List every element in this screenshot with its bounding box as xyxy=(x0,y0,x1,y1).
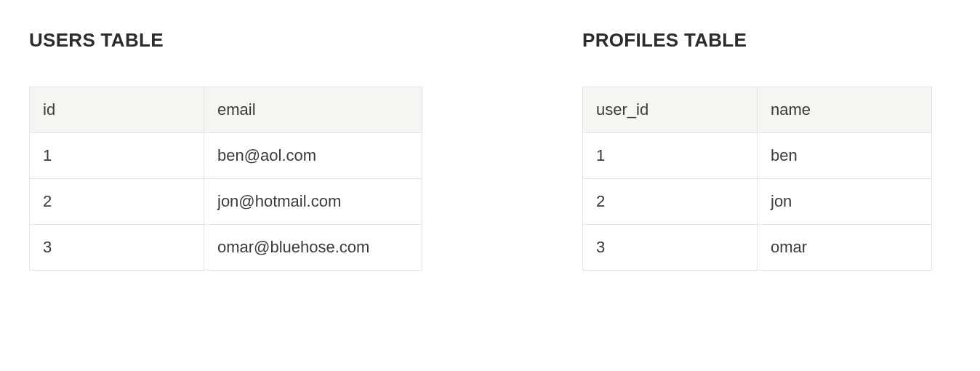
table-row: 2 jon xyxy=(583,179,932,225)
profiles-td-name: ben xyxy=(758,133,932,179)
profiles-table-section: PROFILES TABLE user_id name 1 ben 2 jon … xyxy=(582,29,932,271)
profiles-table-title: PROFILES TABLE xyxy=(582,29,932,52)
table-row: 3 omar@bluehose.com xyxy=(30,225,422,271)
profiles-th-user-id: user_id xyxy=(583,87,758,133)
users-td-id: 2 xyxy=(30,179,204,225)
profiles-td-user-id: 1 xyxy=(583,133,758,179)
users-td-id: 3 xyxy=(30,225,204,271)
table-row: 3 omar xyxy=(583,225,932,271)
table-row: 1 ben xyxy=(583,133,932,179)
profiles-td-name: jon xyxy=(758,179,932,225)
profiles-td-name: omar xyxy=(758,225,932,271)
users-td-email: jon@hotmail.com xyxy=(204,179,422,225)
table-header-row: id email xyxy=(30,87,422,133)
table-header-row: user_id name xyxy=(583,87,932,133)
tables-container: USERS TABLE id email 1 ben@aol.com 2 jon… xyxy=(29,29,951,271)
profiles-table: user_id name 1 ben 2 jon 3 omar xyxy=(582,87,932,271)
users-table-section: USERS TABLE id email 1 ben@aol.com 2 jon… xyxy=(29,29,422,271)
users-td-email: ben@aol.com xyxy=(204,133,422,179)
table-row: 2 jon@hotmail.com xyxy=(30,179,422,225)
users-td-id: 1 xyxy=(30,133,204,179)
profiles-td-user-id: 3 xyxy=(583,225,758,271)
profiles-th-name: name xyxy=(758,87,932,133)
users-table-title: USERS TABLE xyxy=(29,29,422,52)
users-th-email: email xyxy=(204,87,422,133)
table-row: 1 ben@aol.com xyxy=(30,133,422,179)
users-td-email: omar@bluehose.com xyxy=(204,225,422,271)
profiles-td-user-id: 2 xyxy=(583,179,758,225)
users-table: id email 1 ben@aol.com 2 jon@hotmail.com… xyxy=(29,87,422,271)
users-th-id: id xyxy=(30,87,204,133)
